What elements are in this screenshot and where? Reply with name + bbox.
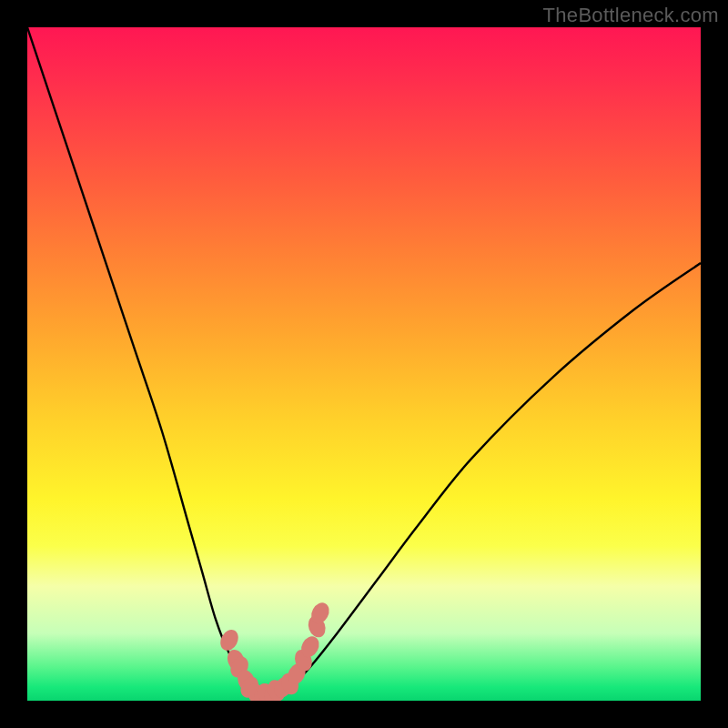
watermark-text: TheBottleneck.com: [543, 4, 719, 27]
marker-group: [217, 600, 332, 701]
bottleneck-curve: [27, 27, 701, 695]
curve-svg: [27, 27, 701, 701]
plot-area: [27, 27, 701, 701]
chart-frame: TheBottleneck.com: [0, 0, 728, 728]
